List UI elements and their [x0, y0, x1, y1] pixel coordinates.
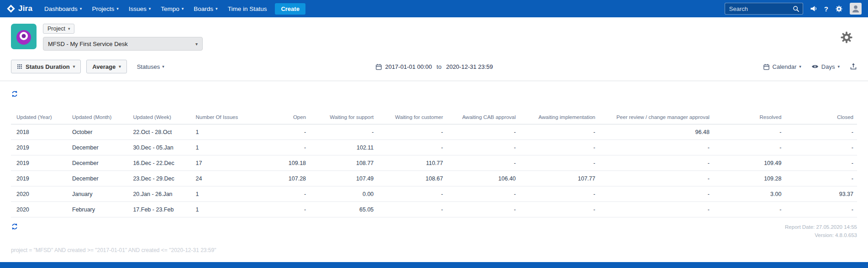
user-avatar[interactable] — [850, 3, 862, 15]
statuses-label: Statuses — [137, 63, 160, 70]
aggregation-label: Average — [92, 63, 116, 70]
table-cell: - — [447, 155, 519, 171]
table-cell: 3.00 — [713, 186, 785, 202]
table-cell: 30.Dec - 05.Jan — [129, 140, 192, 155]
table-row: 2019December23.Dec - 29.Dec24107.28107.4… — [11, 171, 857, 186]
table-body: 2018October22.Oct - 28.Oct1-----96.48--2… — [11, 124, 857, 217]
column-header: Number Of Issues — [192, 110, 257, 124]
chevron-down-icon: ▾ — [116, 7, 119, 11]
chevron-down-icon: ▾ — [80, 7, 82, 11]
status-duration-table: Updated (Year)Updated (Month)Updated (We… — [11, 110, 857, 217]
table-cell: - — [447, 140, 519, 155]
help-icon[interactable]: ? — [824, 5, 828, 13]
jira-logo[interactable]: Jira — [6, 4, 32, 13]
table-cell: - — [785, 171, 857, 186]
table-cell: - — [310, 124, 377, 140]
table-cell: - — [520, 140, 599, 155]
table-cell: - — [377, 202, 447, 217]
column-header: Peer review / change manager approval — [599, 110, 713, 124]
table-cell: 2019 — [11, 155, 68, 171]
table-cell: - — [785, 124, 857, 140]
table-cell: 107.28 — [256, 171, 310, 186]
search-input[interactable] — [728, 5, 793, 13]
table-cell: - — [713, 202, 785, 217]
eye-icon — [811, 63, 819, 70]
table-cell: 65.05 — [310, 202, 377, 217]
nav-item-issues[interactable]: Issues▾ — [129, 5, 151, 12]
table-cell: 106.40 — [447, 171, 519, 186]
nav-settings-gear-icon[interactable] — [835, 5, 843, 13]
nav-item-boards[interactable]: Boards▾ — [194, 5, 217, 12]
nav-item-label: Tempo — [161, 5, 179, 12]
search-box — [725, 3, 803, 15]
brand-name: Jira — [18, 4, 32, 13]
table-cell: 108.77 — [310, 155, 377, 171]
table-cell: 1 — [192, 124, 257, 140]
export-icon[interactable] — [850, 63, 857, 70]
table-cell: - — [256, 186, 310, 202]
grid-dots-icon — [17, 64, 22, 69]
aggregation-button[interactable]: Average ▾ — [86, 60, 126, 73]
calendar-mode-dropdown[interactable]: Calendar ▾ — [763, 63, 801, 70]
table-cell: 109.28 — [713, 171, 785, 186]
table-cell: 2019 — [11, 140, 68, 155]
column-header: Open — [256, 110, 310, 124]
table-cell: - — [785, 202, 857, 217]
table-cell: December — [68, 171, 129, 186]
table-cell: 1 — [192, 186, 257, 202]
scope-selector-button[interactable]: Project ▾ — [43, 24, 74, 34]
table-cell: - — [447, 202, 519, 217]
table-cell: 2018 — [11, 124, 68, 140]
report-type-button[interactable]: Status Duration ▾ — [11, 60, 81, 73]
column-header: Awaiting implementation — [520, 110, 599, 124]
nav-item-tempo[interactable]: Tempo▾ — [161, 5, 184, 12]
chevron-down-icon: ▾ — [73, 65, 75, 69]
nav-item-time-in-status[interactable]: Time in Status — [228, 5, 267, 12]
announcement-icon[interactable] — [810, 5, 817, 12]
column-header: Waiting for support — [310, 110, 377, 124]
nav-right: ? — [725, 3, 862, 15]
date-from: 2017-01-01 00:00 — [385, 63, 432, 70]
units-label: Days — [821, 63, 835, 70]
table-cell: 23.Dec - 29.Dec — [129, 171, 192, 186]
table-cell: - — [713, 140, 785, 155]
report-toolbar: Status Duration ▾ Average ▾ Statuses ▾ — [0, 55, 868, 81]
table-cell: - — [785, 155, 857, 171]
statuses-dropdown[interactable]: Statuses ▾ — [137, 63, 164, 70]
table-cell: - — [377, 140, 447, 155]
calendar-mode-label: Calendar — [773, 63, 797, 70]
chevron-down-icon: ▾ — [837, 65, 840, 69]
calendar-icon — [375, 63, 382, 70]
search-icon[interactable] — [793, 5, 800, 12]
table-cell: - — [520, 202, 599, 217]
nav-item-label: Projects — [92, 5, 114, 12]
nav-item-dashboards[interactable]: Dashboards▾ — [44, 5, 82, 12]
toolbar-left: Status Duration ▾ Average ▾ Statuses ▾ — [11, 60, 164, 73]
table-cell: - — [520, 124, 599, 140]
table-cell: - — [599, 140, 713, 155]
table-cell: 20.Jan - 26.Jan — [129, 186, 192, 202]
project-avatar — [11, 24, 37, 49]
column-header: Resolved — [713, 110, 785, 124]
table-row: 2020January20.Jan - 26.Jan1-0.00----3.00… — [11, 186, 857, 202]
report-version: Version: 4.8.0.653 — [785, 231, 857, 239]
table-cell: 96.48 — [599, 124, 713, 140]
date-range-picker[interactable]: 2017-01-01 00:00 to 2020-12-31 23:59 — [375, 63, 493, 70]
table-cell: 24 — [192, 171, 257, 186]
refresh-icon[interactable] — [11, 223, 18, 230]
create-button[interactable]: Create — [275, 3, 305, 15]
table-cell: 1 — [192, 140, 257, 155]
refresh-icon[interactable] — [11, 90, 18, 98]
table-cell: - — [599, 171, 713, 186]
column-header: Updated (Week) — [129, 110, 192, 124]
table-cell: 22.Oct - 28.Oct — [129, 124, 192, 140]
report-settings-gear-icon[interactable] — [840, 31, 857, 44]
table-cell: 108.67 — [377, 171, 447, 186]
nav-item-projects[interactable]: Projects▾ — [92, 5, 118, 12]
table-cell: - — [447, 124, 519, 140]
table-cell: 17.Feb - 23.Feb — [129, 202, 192, 217]
table-cell: - — [785, 140, 857, 155]
nav-item-label: Issues — [129, 5, 147, 12]
project-select[interactable]: MFSD - My First Service Desk ▾ — [43, 37, 203, 51]
units-dropdown[interactable]: Days ▾ — [811, 63, 840, 70]
